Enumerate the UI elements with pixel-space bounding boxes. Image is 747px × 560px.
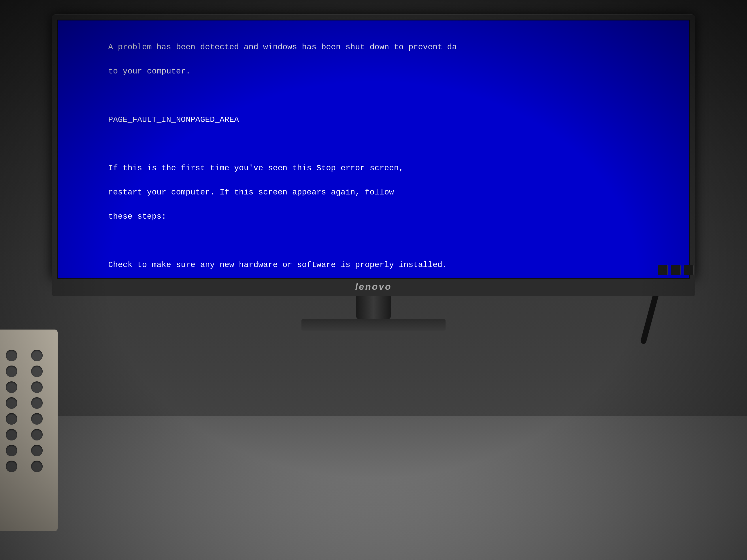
- vent-hole: [31, 381, 43, 393]
- vent-hole: [6, 413, 17, 425]
- monitor-screen: A problem has been detected and windows …: [57, 20, 690, 279]
- bsod-line10: Check to make sure any new hardware or s…: [108, 260, 447, 269]
- vent-hole: [6, 350, 17, 361]
- bsod-line8: these steps:: [108, 212, 166, 221]
- vent-hole: [31, 429, 43, 441]
- vent-hole: [31, 350, 43, 361]
- vent-hole: [6, 366, 17, 377]
- vent-hole: [6, 461, 17, 472]
- vent-hole: [31, 413, 43, 425]
- monitor-button-3[interactable]: [684, 265, 694, 275]
- monitor-stand-neck: [356, 296, 391, 319]
- monitor-bezel-bottom: lenovo: [52, 279, 695, 296]
- monitor-frame: A problem has been detected and windows …: [52, 15, 695, 279]
- monitor-brand-label: lenovo: [355, 282, 392, 292]
- computer-case: [0, 329, 58, 531]
- monitor-controls: [658, 265, 694, 275]
- vent-hole: [31, 397, 43, 409]
- vent-hole: [31, 461, 43, 472]
- bsod-content: A problem has been detected and windows …: [58, 21, 689, 279]
- case-ventilation: [0, 344, 58, 478]
- vent-hole: [6, 445, 17, 456]
- vent-hole: [6, 397, 17, 409]
- bsod-line7: restart your computer. If this screen ap…: [108, 188, 394, 197]
- monitor: A problem has been detected and windows …: [52, 15, 695, 331]
- vent-hole: [31, 366, 43, 377]
- bsod-error-code: PAGE_FAULT_IN_NONPAGED_AREA: [108, 115, 239, 124]
- monitor-button-1[interactable]: [658, 265, 668, 275]
- bsod-line6: If this is the first time you've seen th…: [108, 164, 404, 172]
- desk-surface: [0, 416, 747, 560]
- vent-hole: [31, 445, 43, 456]
- bsod-line1: A problem has been detected and windows …: [108, 43, 457, 52]
- bsod-line2: to your computer.: [108, 67, 190, 76]
- vent-hole: [6, 429, 17, 441]
- monitor-button-2[interactable]: [671, 265, 681, 275]
- monitor-stand-base: [302, 319, 445, 331]
- vent-hole: [6, 381, 17, 393]
